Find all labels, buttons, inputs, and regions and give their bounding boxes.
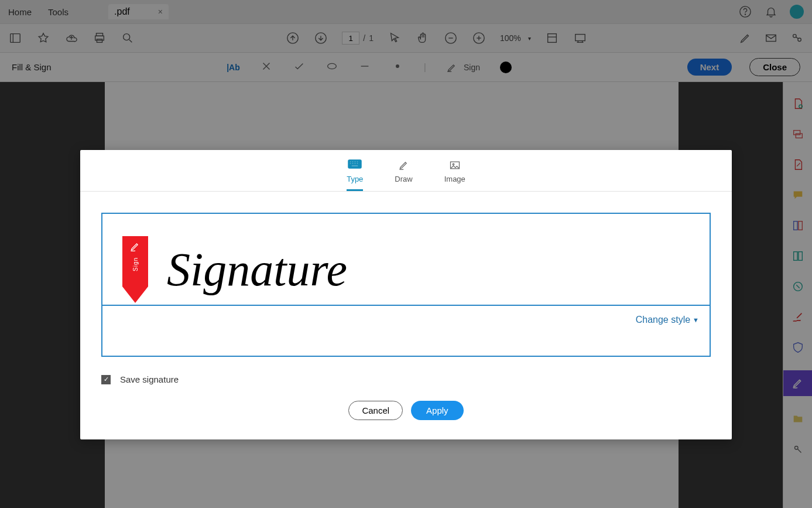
ribbon-label: Sign <box>132 257 139 271</box>
signature-mode-tabs: Type Draw Image <box>80 150 732 192</box>
tab-type-label: Type <box>347 175 363 183</box>
save-signature-label: Save signature <box>120 374 179 384</box>
tab-draw[interactable]: Draw <box>395 159 412 191</box>
tab-image[interactable]: Image <box>444 159 465 191</box>
svg-rect-44 <box>351 165 358 166</box>
tab-draw-label: Draw <box>395 175 412 183</box>
tab-type[interactable]: Type <box>347 159 363 191</box>
svg-rect-39 <box>357 161 358 162</box>
signature-modal: Type Draw Image Sign Signature Change st… <box>80 150 732 439</box>
signature-line <box>102 305 710 306</box>
signature-preview-text: Signature <box>167 243 347 296</box>
change-style-link[interactable]: Change style▼ <box>636 315 699 325</box>
svg-point-46 <box>453 163 454 165</box>
cancel-button[interactable]: Cancel <box>348 401 403 420</box>
save-signature-checkbox[interactable]: ✓ <box>101 375 111 384</box>
svg-rect-36 <box>350 161 351 162</box>
svg-rect-42 <box>354 163 356 164</box>
svg-rect-43 <box>357 163 358 164</box>
apply-button[interactable]: Apply <box>411 401 464 420</box>
sign-ribbon: Sign <box>122 236 148 304</box>
tab-image-label: Image <box>444 175 465 183</box>
adobe-logo-icon <box>129 241 141 253</box>
svg-rect-38 <box>354 161 356 162</box>
svg-rect-40 <box>350 163 351 164</box>
svg-rect-41 <box>352 163 354 164</box>
signature-input-box[interactable]: Sign Signature Change style▼ <box>101 213 711 357</box>
svg-rect-37 <box>352 161 354 162</box>
save-signature-row: ✓ Save signature <box>80 357 732 384</box>
